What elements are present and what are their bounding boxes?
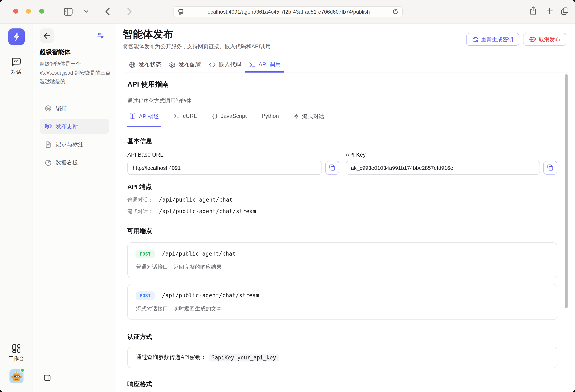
api-guide-panel: API 使用指南 通过程序化方式调用智能体 API概述 cURL JavaScr… xyxy=(116,73,575,392)
cancel-publish-label: 取消发布 xyxy=(539,36,560,43)
new-tab-icon[interactable] xyxy=(547,8,553,14)
copy-api-key-button[interactable] xyxy=(543,161,557,175)
guide-tab-overview[interactable]: API概述 xyxy=(127,113,161,127)
auth-code-chip: ?apiKey=your_api_key xyxy=(209,353,279,361)
agent-title: 超级智能体 xyxy=(40,48,71,56)
rail-item-workbench[interactable]: 工作台 xyxy=(9,344,24,362)
collapse-sidebar-icon[interactable] xyxy=(44,374,51,381)
endpoint-label: 普通对话： xyxy=(127,197,153,203)
available-endpoints-title: 可用端点 xyxy=(127,227,557,235)
method-badge: POST xyxy=(136,250,154,258)
address-bar[interactable]: localhost:4091/agent/361a4c45-7f2b-43af-… xyxy=(173,6,403,17)
regenerate-key-button[interactable]: 重新生成密钥 xyxy=(466,33,519,46)
auth-method-text: 通过查询参数传递API密钥： xyxy=(136,354,206,361)
api-key-input[interactable] xyxy=(346,161,540,175)
guide-title: API 使用指南 xyxy=(127,79,557,89)
broadcast-icon xyxy=(45,123,51,130)
guide-subtitle: 通过程序化方式调用智能体 xyxy=(127,97,557,105)
terminal-icon xyxy=(174,113,180,119)
user-avatar[interactable] xyxy=(9,369,23,383)
close-window-button[interactable] xyxy=(13,9,18,14)
minimize-window-button[interactable] xyxy=(26,9,31,14)
copy-icon xyxy=(547,165,553,171)
share-icon[interactable] xyxy=(530,6,537,15)
reader-mode-icon[interactable] xyxy=(178,9,184,15)
method-badge: POST xyxy=(136,292,154,300)
tab-overview-icon[interactable] xyxy=(561,7,569,15)
guide-tab-python[interactable]: Python xyxy=(260,113,281,127)
auth-method-title: 认证方式 xyxy=(127,333,557,341)
basic-info-title: 基本信息 xyxy=(127,137,557,145)
guide-tab-label: API概述 xyxy=(139,113,159,120)
copy-base-url-button[interactable] xyxy=(325,161,339,175)
lightning-icon xyxy=(294,113,299,119)
header-actions: 重新生成密钥 取消发布 xyxy=(466,33,566,46)
endpoint-path: /api/public-agent/chat/stream xyxy=(159,208,256,214)
app-logo[interactable] xyxy=(8,28,24,45)
sidebar-item-publish[interactable]: 发布更新 xyxy=(40,119,109,134)
api-key-label: API Key xyxy=(346,152,557,158)
dashboard-grid-icon xyxy=(12,344,21,353)
guide-tab-stream[interactable]: 流式对话 xyxy=(292,113,326,127)
api-endpoints-title: API 端点 xyxy=(127,183,557,191)
chevron-down-icon[interactable] xyxy=(84,10,88,13)
tab-publish-status[interactable]: 发布状态 xyxy=(125,56,165,73)
braces-icon xyxy=(212,113,217,119)
endpoint-card-chat: POST /api/public-agent/chat 普通对话接口，返回完整的… xyxy=(127,242,557,278)
reload-icon[interactable] xyxy=(392,9,398,15)
gear-icon xyxy=(169,61,176,68)
code-icon xyxy=(209,62,216,67)
tab-api-call[interactable]: API 调用 xyxy=(245,56,285,73)
back-button[interactable] xyxy=(105,7,110,16)
endpoint-path: /api/public-agent/chat xyxy=(162,250,236,257)
cancel-publish-button[interactable]: 取消发布 xyxy=(523,33,566,46)
regenerate-key-label: 重新生成密钥 xyxy=(481,36,513,43)
auth-method-card: 通过查询参数传递API密钥： ?apiKey=your_api_key xyxy=(127,347,557,368)
sidebar-item-label: 数据看板 xyxy=(56,159,78,166)
globe-lock-icon xyxy=(529,36,536,43)
endpoint-line-stream: 流式对话：/api/public-agent/chat/stream xyxy=(127,206,557,217)
guide-tabs: API概述 cURL JavaScript Python xyxy=(127,113,557,127)
globe-icon xyxy=(129,61,136,68)
rail-item-workbench-label: 工作台 xyxy=(9,355,24,362)
url-text: localhost:4091/agent/361a4c45-7f2b-43af-… xyxy=(184,9,392,15)
rail-item-chat-label: 对话 xyxy=(11,69,22,76)
agent-sidebar: 超级智能体 超级智能体是一个 x'x'x'x,sdajjsad 到安徽是的三点 … xyxy=(33,24,116,392)
tab-publish-config[interactable]: 发布配置 xyxy=(165,56,205,73)
base-url-input[interactable] xyxy=(127,161,322,175)
tab-label: 发布状态 xyxy=(139,61,162,68)
main-panel: 智能体发布 将智能体发布为公开服务，支持网页链接、嵌入代码和API调用 重新生成… xyxy=(116,24,575,392)
api-endpoints-list: 普通对话：/api/public-agent/chat 流式对话：/api/pu… xyxy=(127,194,557,217)
endpoint-card-stream: POST /api/public-agent/chat/stream 流式对话接… xyxy=(127,284,557,320)
guide-tab-javascript[interactable]: JavaScript xyxy=(210,113,249,127)
guide-tab-label: Python xyxy=(262,113,279,119)
guide-tab-curl[interactable]: cURL xyxy=(172,113,199,127)
zoom-window-button[interactable] xyxy=(39,9,44,14)
tab-label: 发布配置 xyxy=(178,61,202,68)
sidebar-item-label: 编排 xyxy=(56,104,67,112)
back-to-list-button[interactable] xyxy=(40,28,54,43)
tab-label: 嵌入代码 xyxy=(218,61,241,68)
forward-button[interactable] xyxy=(127,7,132,16)
agent-settings-sliders-icon[interactable] xyxy=(97,32,104,39)
lightning-bolt-icon xyxy=(11,31,22,42)
refresh-icon xyxy=(472,36,478,42)
sidebar-item-orchestrate[interactable]: 编排 xyxy=(40,100,109,116)
sidebar-item-records[interactable]: 记录与标注 xyxy=(40,137,109,152)
page-subtitle: 将智能体发布为公开服务，支持网页链接、嵌入代码和API调用 xyxy=(123,43,271,50)
browser-chrome: localhost:4091/agent/361a4c45-7f2b-43af-… xyxy=(0,0,575,24)
base-url-label: API Base URL xyxy=(127,152,339,158)
endpoint-description: 流式对话接口，实时返回生成的文本 xyxy=(136,305,549,313)
guide-tab-label: cURL xyxy=(183,113,197,119)
publish-tabs: 发布状态 发布配置 嵌入代码 API 调用 xyxy=(125,56,568,73)
sidebar-item-dashboard[interactable]: 数据看板 xyxy=(40,155,109,170)
rail-item-chat[interactable]: 对话 xyxy=(11,57,22,76)
arrow-left-icon xyxy=(43,32,50,39)
sidebar-toggle-icon[interactable] xyxy=(64,7,73,17)
scrollbar-thumb[interactable] xyxy=(565,74,568,308)
page-title: 智能体发布 xyxy=(123,28,173,41)
guide-tab-label: JavaScript xyxy=(221,113,247,119)
tab-embed-code[interactable]: 嵌入代码 xyxy=(205,56,245,73)
sidebar-item-label: 发布更新 xyxy=(56,123,78,130)
left-rail: 对话 工作台 xyxy=(0,24,33,392)
